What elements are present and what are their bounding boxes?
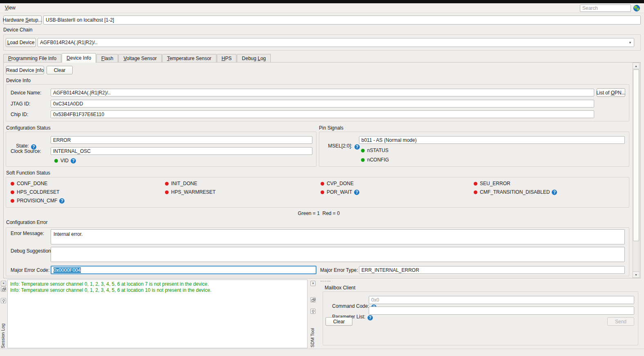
help-icon[interactable]: ?	[552, 190, 557, 195]
session-log-float-icon[interactable]	[1, 287, 6, 292]
load-device-button[interactable]: Load Device	[6, 38, 36, 47]
sdm-tool-close-icon[interactable]: ✕	[310, 281, 316, 286]
session-log-pane[interactable]: Info: Temperature sensor channel 0, 1, 2…	[7, 280, 308, 348]
tab-programming-file-info[interactable]: Programming File Info	[3, 54, 61, 63]
help-icon[interactable]: ?	[368, 315, 373, 320]
msel-field[interactable]: b011 - AS (Normal mode)	[359, 136, 625, 144]
sdm-tool-pin-icon[interactable]	[310, 309, 316, 314]
pin-signals-title: Pin Signals	[319, 125, 343, 131]
scroll-down-arrow[interactable]: ▼	[633, 271, 640, 278]
major-error-type-label: Major Error Type:	[320, 267, 358, 273]
tab-device-info[interactable]: Device Info	[62, 53, 96, 63]
status-conf-done: CONF_DONE	[11, 181, 47, 186]
red-dot-icon	[474, 182, 477, 186]
configuration-error-title: Configuration Error	[6, 219, 47, 225]
command-code-input[interactable]	[369, 296, 634, 304]
soft-function-status-title: Soft Function Status	[6, 170, 50, 176]
chip-id-label: Chip ID:	[11, 112, 28, 117]
red-dot-icon	[474, 190, 477, 194]
msel-label: MSEL[2:0]:?	[323, 137, 360, 155]
help-icon[interactable]: ?	[354, 144, 360, 150]
status-hps-coldreset: HPS_COLDRESET	[11, 189, 60, 195]
red-dot-icon	[165, 190, 169, 194]
window-top-bar	[0, 0, 644, 3]
nconfig-signal: nCONFIG	[361, 157, 389, 163]
device-name-field[interactable]: AGFB014R24A(.|R1|R2)/..	[51, 89, 594, 96]
help-icon[interactable]: ?	[71, 158, 76, 163]
tab-bar: Programming File Info Device Info Flash …	[3, 54, 271, 63]
device-chain-label: Device Chain	[3, 27, 32, 33]
chip-id-field[interactable]: 0x53B4FB1F37E6E110	[51, 110, 594, 118]
red-dot-icon	[321, 190, 324, 194]
list-of-opn-button[interactable]: List of OPN...	[597, 88, 625, 97]
sdm-tool-float-icon[interactable]	[310, 297, 316, 302]
search-input[interactable]	[580, 4, 631, 12]
mailbox-clear-button[interactable]: Clear	[325, 317, 352, 326]
help-icon[interactable]: ?	[354, 190, 359, 195]
help-icon[interactable]: ?	[59, 198, 65, 204]
tab-temperature-sensor[interactable]: Temperature Sensor	[162, 54, 216, 63]
vid-status: VID ?	[54, 158, 76, 163]
globe-help-icon[interactable]	[633, 5, 640, 11]
session-log-close-icon[interactable]: ✕	[1, 281, 6, 286]
chevron-down-icon: ▼	[628, 41, 632, 45]
device-info-title: Device Info	[6, 78, 31, 83]
status-cmf-transition-disabled: CMF_TRANSITION_DISABLED ?	[474, 189, 557, 195]
status-provision-cmf: PROVISION_CMF ?	[11, 198, 65, 204]
hardware-setup-button[interactable]: Hardware Setup...	[3, 16, 42, 25]
scroll-up-arrow[interactable]: ▲	[633, 63, 640, 69]
menu-view[interactable]: View	[1, 3, 20, 12]
green-dot-icon	[361, 149, 365, 152]
log-message: Info: Temperature sensor channel 0, 1, 2…	[10, 287, 305, 293]
jtag-id-field[interactable]: 0xC341A0DD	[51, 100, 594, 107]
red-dot-icon	[165, 182, 169, 186]
green-dot-icon	[361, 158, 365, 162]
dock-resize-handle[interactable]	[321, 281, 330, 282]
clock-source-label: Clock Source:	[11, 148, 41, 154]
error-message-label: Error Message:	[11, 231, 44, 236]
mailbox-client-title: Mailbox Client	[325, 285, 355, 291]
parameter-list-input[interactable]	[369, 307, 634, 315]
sdm-tool-dock-title: SDM Tool	[310, 322, 315, 347]
red-dot-icon	[321, 182, 324, 186]
red-dot-icon	[11, 182, 14, 186]
red-dot-icon	[11, 199, 14, 203]
session-log-dock-title: Session Log	[0, 306, 5, 348]
log-message: Info: Temperature sensor channel 0, 1, 2…	[10, 281, 305, 287]
state-field[interactable]: ERROR	[51, 136, 312, 144]
major-error-type-field[interactable]: ERR_INTERNAL_ERROR	[359, 266, 625, 274]
red-dot-icon	[11, 190, 14, 194]
status-hps-warmreset: HPS_WARMRESET	[165, 189, 216, 195]
app-window: View Hardware Setup... USB-BlasterII on …	[0, 0, 644, 356]
jtag-id-label: JTAG ID:	[11, 101, 30, 107]
status-bar	[0, 349, 644, 356]
session-log-pin-icon[interactable]	[1, 298, 6, 303]
error-message-textarea[interactable]: Internal error.	[51, 229, 625, 244]
green-dot-icon	[54, 159, 58, 163]
selected-text: 0x0000F004	[53, 267, 81, 273]
major-error-code-label: Major Error Code:	[11, 267, 49, 273]
status-por-wait: POR_WAIT ?	[321, 189, 359, 195]
device-name-label: Device Name:	[11, 90, 41, 96]
tab-debug-log[interactable]: Debug Log	[237, 54, 271, 63]
mailbox-send-button[interactable]: Send	[607, 317, 634, 326]
status-seu-error: SEU_ERROR	[474, 181, 510, 186]
configuration-status-title: Configuration Status	[6, 125, 51, 131]
nstatus-signal: nSTATUS	[361, 148, 388, 153]
major-error-code-field[interactable]: 0x0000F004	[51, 266, 316, 274]
tab-flash[interactable]: Flash	[96, 54, 118, 63]
read-device-info-button[interactable]: Read Device Info	[6, 66, 44, 74]
hardware-connection-field[interactable]: USB-BlasterII on localhost [1-2]	[43, 16, 641, 25]
debug-suggestion-label: Debug Suggestion:	[11, 248, 52, 254]
clear-button[interactable]: Clear	[47, 66, 73, 74]
device-chain-combo[interactable]: AGFB014R24A(.|R1|R2)/.. ▼	[38, 38, 634, 47]
menu-bar: View	[0, 3, 644, 13]
legend-text: Green = 1 Red = 0	[3, 210, 634, 216]
tab-hps[interactable]: HPS	[217, 54, 237, 63]
status-init-done: INIT_DONE	[165, 181, 197, 186]
debug-suggestion-textarea[interactable]	[51, 247, 625, 262]
clock-source-field[interactable]: INTERNAL_OSC	[51, 147, 312, 155]
tab-voltage-sensor[interactable]: Voltage Sensor	[118, 54, 161, 63]
status-cvp-done: CVP_DONE	[321, 181, 354, 186]
